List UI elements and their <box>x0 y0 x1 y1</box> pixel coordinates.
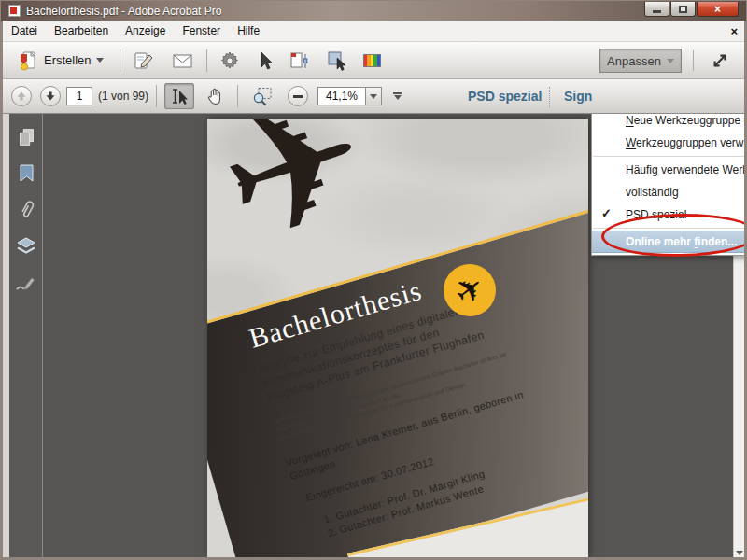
selection-tool-button[interactable] <box>164 83 194 109</box>
expand-arrows-icon <box>712 52 728 69</box>
sign-and-edit-button[interactable] <box>128 48 160 74</box>
menu-separator <box>593 156 747 157</box>
bookmarks-icon[interactable] <box>14 161 38 186</box>
menu-fenster[interactable]: Fenster <box>174 21 229 41</box>
customize-button[interactable]: Anpassen <box>599 49 682 73</box>
navigation-pane-sidebar <box>9 114 43 557</box>
airplane-silhouette: ✈ <box>207 119 388 272</box>
navigation-toolbar: (1 von 99) PSD spezial Sign <box>3 79 744 114</box>
fullscreen-button[interactable] <box>707 49 733 73</box>
chevron-down-icon <box>370 94 377 99</box>
previous-page-button[interactable] <box>11 86 32 106</box>
envelope-icon <box>172 50 194 71</box>
snapshot-button[interactable] <box>321 48 353 74</box>
settings-button[interactable] <box>215 48 245 74</box>
cursor-arrow-icon <box>255 50 274 71</box>
edit-document-icon <box>133 50 155 71</box>
create-pdf-button[interactable]: Erstellen <box>8 46 112 76</box>
main-toolbar: Erstellen Anpassen <box>3 42 744 79</box>
menu-item-label: Neue Werkzeuggruppe er <box>626 114 747 127</box>
menu-item-haeufig-verwendete[interactable]: Häufig verwendete Werkz <box>592 159 747 181</box>
rainbow-swatch-icon <box>363 54 381 67</box>
sign-pane-button[interactable]: Sign <box>564 89 592 104</box>
toolbar-separator <box>549 87 550 107</box>
arrow-up-icon <box>15 90 28 103</box>
acrobat-window: Bachelorthesis.pdf - Adobe Acrobat Pro ×… <box>0 0 747 560</box>
hand-tool-button[interactable] <box>200 83 230 109</box>
arrow-down-icon <box>44 90 57 103</box>
chevron-down-icon <box>667 59 674 63</box>
title-bar: Bachelorthesis.pdf - Adobe Acrobat Pro × <box>1 1 746 21</box>
next-page-button[interactable] <box>40 86 61 106</box>
page-properties-button[interactable] <box>284 48 316 74</box>
acrobat-app-icon <box>8 5 21 17</box>
overflow-chevron-icon <box>394 95 402 100</box>
maximize-button[interactable] <box>670 2 696 17</box>
menu-anzeige[interactable]: Anzeige <box>117 21 174 41</box>
overflow-bar-icon <box>393 92 402 94</box>
page-number-input[interactable] <box>66 87 92 105</box>
page-slider-icon <box>289 50 311 71</box>
maximize-icon <box>679 6 687 13</box>
close-icon: × <box>714 3 721 16</box>
minimize-button[interactable] <box>644 2 669 17</box>
toolbar-separator <box>693 50 694 71</box>
hand-tool-icon <box>204 86 225 106</box>
email-button[interactable] <box>167 48 199 74</box>
menu-item-label: vollständig <box>626 186 679 199</box>
text-select-tool-icon <box>169 86 190 106</box>
chevron-down-icon <box>96 58 104 63</box>
snapshot-icon <box>326 50 348 71</box>
menu-datei[interactable]: Datei <box>3 21 46 41</box>
gear-icon <box>219 50 240 71</box>
pdf-page: ✈ Bachelorthesis Analyse zur Empfehlung … <box>207 119 588 557</box>
zoom-dropdown-button[interactable] <box>366 87 382 105</box>
page-count-label: (1 von 99) <box>98 90 148 103</box>
scroll-down-arrow-icon <box>736 551 743 555</box>
toolbar-overflow-button[interactable] <box>393 92 402 100</box>
menu-item-vollstaendig[interactable]: vollständig <box>592 181 747 203</box>
attachments-icon[interactable] <box>14 198 38 222</box>
zoom-level-input[interactable] <box>317 87 366 105</box>
toolbar-separator <box>206 49 207 72</box>
create-pdf-icon <box>17 49 39 72</box>
marquee-zoom-button[interactable] <box>246 83 278 109</box>
yellow-plane-badge: ✈ <box>444 264 496 316</box>
toolbar-separator <box>120 49 120 72</box>
menu-item-werkzeuggruppen-verwalten[interactable]: Werkzeuggruppen verwal <box>592 132 747 154</box>
menu-item-label: Häufig verwendete Werkz <box>626 163 747 176</box>
document-close-icon[interactable]: × <box>730 24 738 38</box>
toolbar-separator <box>156 85 157 107</box>
zoom-out-button[interactable] <box>288 86 308 106</box>
minimize-icon <box>653 10 661 13</box>
customize-label: Anpassen <box>607 54 661 68</box>
create-pdf-label: Erstellen <box>44 53 92 67</box>
toolset-psd-spezial[interactable]: PSD spezial <box>468 89 542 104</box>
checkmark-icon: ✓ <box>601 206 612 220</box>
close-button[interactable]: × <box>697 2 739 17</box>
small-airplane-icon: ✈ <box>448 269 491 313</box>
select-cursor-button[interactable] <box>250 48 278 74</box>
color-tools-button[interactable] <box>359 51 386 70</box>
window-title: Bachelorthesis.pdf - Adobe Acrobat Pro <box>26 5 221 18</box>
toolbar-separator <box>237 85 238 107</box>
menu-bearbeiten[interactable]: Bearbeiten <box>46 21 117 41</box>
menu-item-label: Werkzeuggruppen verwal <box>626 136 747 149</box>
menu-hilfe[interactable]: Hilfe <box>229 21 268 41</box>
layers-icon[interactable] <box>14 234 38 259</box>
minus-icon <box>293 95 303 98</box>
page-thumbnails-icon[interactable] <box>14 125 38 149</box>
marquee-zoom-icon <box>250 86 274 106</box>
signatures-icon[interactable] <box>14 271 38 295</box>
window-inner-edge <box>3 114 9 557</box>
menu-bar: Datei Bearbeiten Anzeige Fenster Hilfe × <box>3 21 744 42</box>
